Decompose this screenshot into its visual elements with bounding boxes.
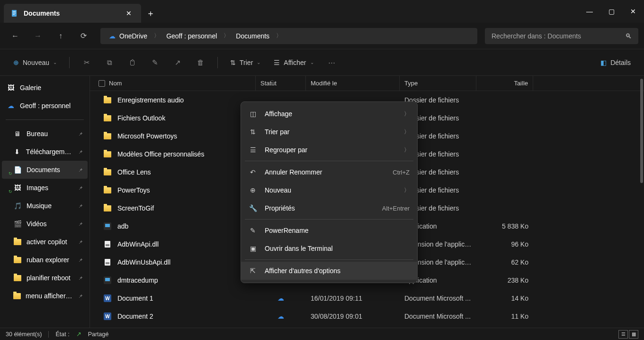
file-row[interactable]: WDocument 1 ☁ 16/01/2019 09:11 Document … — [90, 289, 644, 307]
sidebar-item-vidéos[interactable]: 🎬Vidéos📌︎ — [2, 215, 88, 233]
menu-item-trier-par[interactable]: ⇅Trier par〉 — [241, 123, 417, 141]
column-size[interactable]: Taille — [476, 76, 533, 91]
folder-icon — [103, 114, 112, 122]
menu-item-afficher-d-autres-d-options[interactable]: ⇱Afficher d'autres d'options — [241, 262, 417, 280]
breadcrumb[interactable]: ☁ OneDrive 〉 Geoff : personnel 〉 Documen… — [100, 28, 477, 44]
menu-item-propri-t-s[interactable]: 🔧PropriétésAlt+Entrer — [241, 199, 417, 217]
view-button-label: Afficher — [284, 59, 306, 66]
pin-icon[interactable]: 📌︎ — [78, 131, 83, 137]
menu-item-regrouper-par[interactable]: ☰Regrouper par〉 — [241, 141, 417, 159]
file-size: 62 Ko — [476, 258, 533, 266]
view-thumbnails-toggle[interactable]: ▦ — [629, 330, 638, 339]
chevron-right-icon[interactable]: 〉 — [274, 32, 284, 40]
share-button[interactable]: ↗ — [168, 54, 187, 71]
column-status[interactable]: Statut — [256, 76, 306, 91]
maximize-button[interactable]: ▢ — [600, 0, 622, 23]
file-name: Fichiers Outlook — [117, 114, 165, 122]
menu-item-affichage[interactable]: ◫Affichage〉 — [241, 105, 417, 123]
column-modified[interactable]: Modifié le — [306, 76, 400, 91]
column-type[interactable]: Type — [400, 76, 476, 91]
pin-icon[interactable]: 📌︎ — [78, 221, 83, 227]
copy-button[interactable]: ⧉ — [100, 54, 119, 71]
minimize-button[interactable]: ― — [579, 0, 600, 23]
chevron-right-icon[interactable]: 〉 — [152, 32, 161, 40]
sidebar-item-documents[interactable]: 📄↻Documents📌︎ — [2, 161, 88, 179]
sidebar-item-label: Bureau — [27, 130, 48, 138]
file-name: Office Lens — [117, 168, 151, 176]
chevron-right-icon: 〉 — [404, 128, 410, 136]
close-tab-button[interactable]: ✕ — [123, 8, 134, 19]
shared-label: Partagé — [88, 331, 109, 338]
file-row[interactable]: WDocument 2 ☁ 30/08/2019 09:01 Document … — [90, 307, 644, 325]
view-icon: ◫ — [249, 110, 257, 118]
chevron-right-icon[interactable]: 〉 — [222, 32, 231, 40]
sidebar-item-images[interactable]: 🖼︎↻Images📌︎ — [2, 179, 88, 197]
refresh-button[interactable]: ⟳ — [74, 27, 93, 46]
new-button[interactable]: ⊕ Nouveau ⌄ — [9, 54, 62, 71]
close-window-button[interactable]: ✕ — [622, 0, 644, 23]
pin-icon[interactable]: 📌︎ — [78, 257, 83, 263]
up-button[interactable]: ↑ — [51, 27, 70, 46]
chevron-right-icon[interactable]: 〉 — [2, 102, 5, 109]
pin-icon[interactable]: 📌︎ — [78, 203, 83, 209]
menu-item-ouvrir-dans-le-terminal[interactable]: ▣Ouvrir dans le Terminal — [241, 239, 417, 257]
menu-item-powerrename[interactable]: ✎PowerRename — [241, 221, 417, 239]
back-button[interactable]: ← — [6, 27, 25, 46]
file-type: Document Microsoft ... — [400, 312, 476, 320]
breadcrumb-account[interactable]: Geoff : personnel — [163, 30, 220, 42]
sidebar-item-musique[interactable]: 🎵Musique📌︎ — [2, 197, 88, 215]
onedrive-icon: ☁ — [109, 32, 116, 40]
view-button[interactable]: ☰ Afficher ⌄ — [269, 54, 318, 71]
chevron-right-icon: 〉 — [404, 146, 410, 154]
select-all-checkbox[interactable] — [98, 80, 105, 87]
onedrive-icon: ☁ — [7, 101, 15, 110]
forward-button[interactable]: → — [28, 27, 47, 46]
sidebar-item-téléchargements[interactable]: ⬇Téléchargements📌︎ — [2, 143, 88, 161]
chevron-right-icon: 〉 — [404, 186, 410, 194]
sidebar-item-gallery[interactable]: 🖼︎ Galerie — [2, 79, 88, 97]
rename-button[interactable]: ✎ — [145, 54, 164, 71]
pin-icon[interactable]: 📌︎ — [78, 149, 83, 155]
breadcrumb-onedrive[interactable]: ☁ OneDrive — [106, 30, 150, 42]
documents-icon: 📄 — [13, 165, 22, 174]
sidebar-item-ruban-explorer[interactable]: ruban explorer📌︎ — [2, 251, 88, 269]
search-icon: 🔍︎ — [625, 32, 632, 40]
sidebar-item-bureau[interactable]: 🖥︎Bureau📌︎ — [2, 125, 88, 143]
menu-label: Propriétés — [265, 204, 375, 212]
menu-item-nouveau[interactable]: ⊕Nouveau〉 — [241, 181, 417, 199]
menu-item-annuler-renommer[interactable]: ↶Annuler RenommerCtrl+Z — [241, 163, 417, 181]
paste-button[interactable]: 📋︎ — [123, 54, 142, 71]
sidebar-item-label: activer copilot — [27, 238, 67, 246]
column-name[interactable]: Nom — [90, 76, 256, 91]
scrollbar-thumb[interactable] — [640, 79, 643, 183]
tab-documents[interactable]: Documents ✕ — [4, 4, 141, 23]
file-modified: 16/01/2019 09:11 — [306, 294, 400, 302]
sidebar-item-account[interactable]: 〉 ☁ Geoff : personnel — [2, 97, 88, 115]
svg-text:W: W — [105, 296, 110, 301]
sidebar-item-menu-afficher-plus[interactable]: menu afficher plus📌︎ — [2, 287, 88, 305]
pin-icon[interactable]: 📌︎ — [78, 185, 83, 191]
search-placeholder: Rechercher dans : Documents — [492, 32, 581, 40]
search-input[interactable]: Rechercher dans : Documents 🔍︎ — [485, 28, 638, 44]
folder-icon — [103, 132, 112, 140]
column-label: Nom — [109, 80, 122, 87]
terminal-icon: ▣ — [249, 244, 257, 253]
sort-button[interactable]: ⇅ Trier ⌄ — [225, 54, 265, 71]
sidebar-item-activer-copilot[interactable]: activer copilot📌︎ — [2, 233, 88, 251]
pin-icon[interactable]: 📌︎ — [78, 276, 83, 281]
videos-icon: 🎬 — [13, 220, 22, 228]
undo-icon: ↶ — [249, 168, 257, 176]
details-button[interactable]: ◧ Détails — [596, 54, 635, 71]
cut-button[interactable]: ✂ — [77, 54, 96, 71]
pin-icon[interactable]: 📌︎ — [78, 294, 83, 299]
pin-icon[interactable]: 📌︎ — [78, 239, 83, 245]
pin-icon[interactable]: 📌︎ — [78, 167, 83, 173]
delete-button[interactable]: 🗑︎ — [191, 54, 210, 71]
group-icon: ☰ — [249, 146, 257, 154]
more-button[interactable]: ⋯ — [322, 54, 341, 71]
file-name: Document 2 — [117, 312, 153, 320]
sidebar-item-planifier-reboot[interactable]: planifier reboot📌︎ — [2, 269, 88, 287]
view-details-toggle[interactable]: ☰ — [618, 330, 628, 339]
breadcrumb-documents[interactable]: Documents — [233, 30, 272, 42]
new-tab-button[interactable]: ＋ — [141, 4, 160, 23]
